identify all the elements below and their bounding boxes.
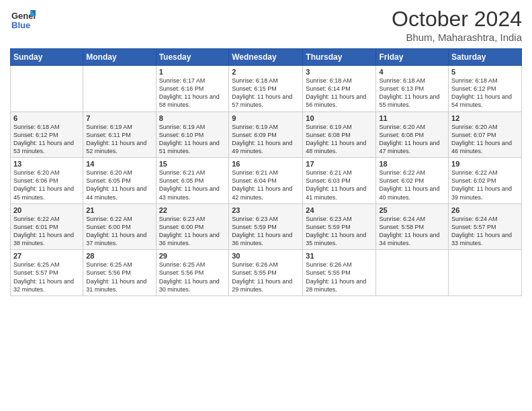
header-friday: Friday [376,49,449,66]
day-number: 25 [379,206,445,214]
day-number: 11 [379,114,445,122]
day-number: 30 [232,252,300,260]
page: General Blue October 2024 Bhum, Maharash… [0,0,532,411]
table-row [83,66,156,112]
table-row: 14Sunrise: 6:20 AMSunset: 6:05 PMDayligh… [83,158,156,204]
day-info: Sunrise: 6:22 AMSunset: 6:02 PMDaylight:… [379,169,445,201]
day-number: 27 [13,252,80,260]
day-number: 6 [13,114,80,122]
table-row: 3Sunrise: 6:18 AMSunset: 6:14 PMDaylight… [303,66,376,112]
day-info: Sunrise: 6:21 AMSunset: 6:03 PMDaylight:… [306,169,373,201]
day-number: 26 [451,206,519,214]
day-info: Sunrise: 6:18 AMSunset: 6:12 PMDaylight:… [451,77,519,109]
location: Bhum, Maharashtra, India [392,32,522,43]
header: General Blue October 2024 Bhum, Maharash… [10,7,522,43]
table-row: 22Sunrise: 6:23 AMSunset: 6:00 PMDayligh… [156,203,229,250]
table-row [11,66,83,112]
table-row [449,250,522,296]
day-number: 5 [451,68,519,76]
day-number: 14 [86,160,152,168]
day-number: 2 [232,68,300,76]
day-info: Sunrise: 6:21 AMSunset: 6:04 PMDaylight:… [232,169,300,201]
day-number: 13 [13,160,80,168]
table-row: 24Sunrise: 6:23 AMSunset: 5:59 PMDayligh… [303,203,376,250]
day-info: Sunrise: 6:20 AMSunset: 6:05 PMDaylight:… [86,169,152,201]
table-row: 5Sunrise: 6:18 AMSunset: 6:12 PMDaylight… [449,66,522,112]
table-row: 26Sunrise: 6:24 AMSunset: 5:57 PMDayligh… [449,203,522,250]
day-info: Sunrise: 6:25 AMSunset: 5:56 PMDaylight:… [86,261,152,293]
day-number: 28 [86,252,152,260]
day-number: 17 [306,160,373,168]
day-number: 24 [306,206,373,214]
week-row-4: 27Sunrise: 6:25 AMSunset: 5:57 PMDayligh… [11,250,522,296]
day-info: Sunrise: 6:21 AMSunset: 6:05 PMDaylight:… [159,169,226,201]
table-row: 30Sunrise: 6:26 AMSunset: 5:55 PMDayligh… [229,250,303,296]
table-row: 29Sunrise: 6:25 AMSunset: 5:56 PMDayligh… [156,250,229,296]
day-info: Sunrise: 6:26 AMSunset: 5:55 PMDaylight:… [306,261,373,293]
day-number: 12 [451,114,519,122]
table-row: 18Sunrise: 6:22 AMSunset: 6:02 PMDayligh… [376,158,449,204]
table-row: 15Sunrise: 6:21 AMSunset: 6:05 PMDayligh… [156,158,229,204]
table-row: 7Sunrise: 6:19 AMSunset: 6:11 PMDaylight… [83,111,156,158]
day-info: Sunrise: 6:23 AMSunset: 5:59 PMDaylight:… [232,215,300,248]
day-number: 19 [451,160,519,168]
day-number: 7 [86,114,152,122]
day-info: Sunrise: 6:25 AMSunset: 5:57 PMDaylight:… [13,261,80,293]
header-saturday: Saturday [449,49,522,66]
calendar-table: Sunday Monday Tuesday Wednesday Thursday… [10,48,522,296]
day-info: Sunrise: 6:18 AMSunset: 6:15 PMDaylight:… [232,77,300,109]
day-info: Sunrise: 6:22 AMSunset: 6:00 PMDaylight:… [86,215,152,248]
table-row [376,250,449,296]
logo-icon: General Blue [10,7,36,32]
week-row-1: 6Sunrise: 6:18 AMSunset: 6:12 PMDaylight… [11,111,522,158]
day-info: Sunrise: 6:18 AMSunset: 6:14 PMDaylight:… [306,77,373,109]
day-info: Sunrise: 6:24 AMSunset: 5:58 PMDaylight:… [379,215,445,248]
day-info: Sunrise: 6:19 AMSunset: 6:09 PMDaylight:… [232,123,300,156]
title-section: October 2024 Bhum, Maharashtra, India [392,7,522,43]
table-row: 9Sunrise: 6:19 AMSunset: 6:09 PMDaylight… [229,111,303,158]
svg-text:Blue: Blue [11,20,30,30]
table-row: 25Sunrise: 6:24 AMSunset: 5:58 PMDayligh… [376,203,449,250]
table-row: 11Sunrise: 6:20 AMSunset: 6:08 PMDayligh… [376,111,449,158]
table-row: 21Sunrise: 6:22 AMSunset: 6:00 PMDayligh… [83,203,156,250]
calendar-header-row: Sunday Monday Tuesday Wednesday Thursday… [11,49,522,66]
table-row: 31Sunrise: 6:26 AMSunset: 5:55 PMDayligh… [303,250,376,296]
day-number: 1 [159,68,226,76]
header-thursday: Thursday [303,49,376,66]
day-number: 15 [159,160,226,168]
header-wednesday: Wednesday [229,49,303,66]
day-number: 9 [232,114,300,122]
table-row: 28Sunrise: 6:25 AMSunset: 5:56 PMDayligh… [83,250,156,296]
day-info: Sunrise: 6:22 AMSunset: 6:02 PMDaylight:… [451,169,519,201]
day-number: 22 [159,206,226,214]
day-info: Sunrise: 6:19 AMSunset: 6:11 PMDaylight:… [86,123,152,156]
week-row-3: 20Sunrise: 6:22 AMSunset: 6:01 PMDayligh… [11,203,522,250]
table-row: 2Sunrise: 6:18 AMSunset: 6:15 PMDaylight… [229,66,303,112]
day-number: 31 [306,252,373,260]
day-info: Sunrise: 6:19 AMSunset: 6:08 PMDaylight:… [306,123,373,156]
table-row: 4Sunrise: 6:18 AMSunset: 6:13 PMDaylight… [376,66,449,112]
table-row: 1Sunrise: 6:17 AMSunset: 6:16 PMDaylight… [156,66,229,112]
day-info: Sunrise: 6:20 AMSunset: 6:08 PMDaylight:… [379,123,445,156]
table-row: 19Sunrise: 6:22 AMSunset: 6:02 PMDayligh… [449,158,522,204]
table-row: 10Sunrise: 6:19 AMSunset: 6:08 PMDayligh… [303,111,376,158]
month-title: October 2024 [392,7,522,32]
logo: General Blue [10,7,36,35]
day-info: Sunrise: 6:18 AMSunset: 6:13 PMDaylight:… [379,77,445,109]
table-row: 27Sunrise: 6:25 AMSunset: 5:57 PMDayligh… [11,250,83,296]
day-number: 21 [86,206,152,214]
day-info: Sunrise: 6:17 AMSunset: 6:16 PMDaylight:… [159,77,226,109]
day-info: Sunrise: 6:20 AMSunset: 6:06 PMDaylight:… [13,169,80,201]
table-row: 16Sunrise: 6:21 AMSunset: 6:04 PMDayligh… [229,158,303,204]
day-number: 23 [232,206,300,214]
week-row-2: 13Sunrise: 6:20 AMSunset: 6:06 PMDayligh… [11,158,522,204]
table-row: 13Sunrise: 6:20 AMSunset: 6:06 PMDayligh… [11,158,83,204]
table-row: 17Sunrise: 6:21 AMSunset: 6:03 PMDayligh… [303,158,376,204]
day-number: 10 [306,114,373,122]
day-number: 29 [159,252,226,260]
day-number: 8 [159,114,226,122]
header-monday: Monday [83,49,156,66]
table-row: 12Sunrise: 6:20 AMSunset: 6:07 PMDayligh… [449,111,522,158]
table-row: 8Sunrise: 6:19 AMSunset: 6:10 PMDaylight… [156,111,229,158]
day-number: 4 [379,68,445,76]
